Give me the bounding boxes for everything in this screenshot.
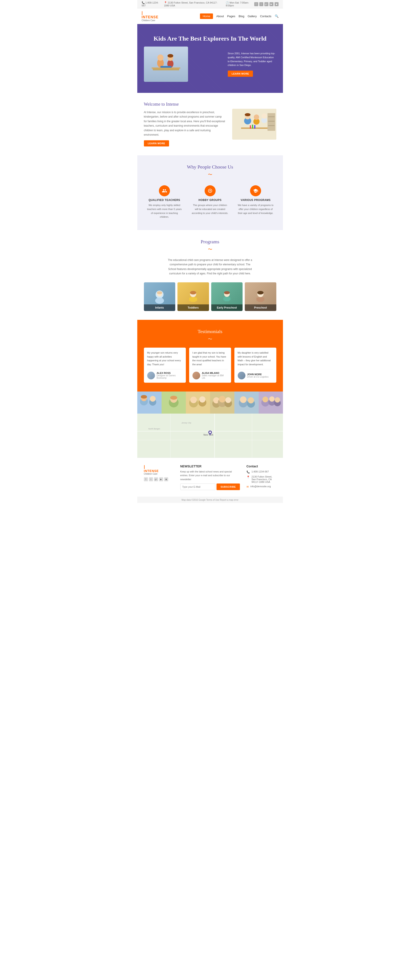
svg-rect-21 — [268, 116, 275, 117]
svg-point-57 — [199, 396, 206, 402]
svg-rect-41 — [257, 298, 259, 301]
footer-youtube-icon[interactable]: ▶ — [159, 477, 163, 481]
programs-grid: Infants Toddlers — [144, 282, 276, 311]
feature-programs: VARIOUS PROGRAMS We have a variety of pr… — [235, 183, 276, 221]
svg-point-15 — [262, 113, 267, 119]
testimonial-1-avatar — [147, 372, 155, 379]
facebook-icon[interactable]: f — [254, 2, 258, 6]
photo-strip-2 — [161, 391, 186, 414]
svg-rect-31 — [189, 298, 192, 301]
testimonials-title: Testimonials — [144, 329, 276, 334]
testimonial-3-author: JOHN MORE Driver at CG Logistics — [238, 369, 273, 379]
instagram-icon[interactable]: ◉ — [275, 2, 278, 6]
testimonial-2-author: ALISA MILANO Sales manager at IBM Ltd. — [192, 369, 228, 379]
programs-icon — [250, 185, 261, 196]
footer-phone: 📞 1-800-1234-567 — [246, 470, 276, 474]
newsletter-subscribe-button[interactable]: SUBSCRIBE — [217, 484, 240, 490]
nav-contacts[interactable]: Contacts — [260, 14, 271, 18]
program-early-preschool-label: Early Preschool — [211, 304, 243, 311]
svg-point-67 — [240, 396, 246, 403]
programs-section: Programs 〜 The educational child care pr… — [137, 230, 283, 320]
svg-rect-23 — [268, 125, 275, 126]
features-grid: QUALIFIED TEACHERS We employ only highly… — [144, 183, 276, 221]
phone-icon: 📞 — [246, 471, 250, 474]
nav-pages[interactable]: Pages — [227, 14, 235, 18]
program-early-preschool[interactable]: Early Preschool — [211, 282, 243, 311]
svg-point-69 — [248, 397, 254, 403]
program-infants-label: Infants — [144, 304, 176, 311]
svg-text:New York: New York — [203, 434, 213, 436]
newsletter: NEWSLETTER Keep up with the latest schoo… — [180, 465, 240, 490]
svg-rect-36 — [224, 298, 225, 301]
why-title: Why People Choose Us — [144, 164, 276, 170]
youtube-icon[interactable]: ▶ — [270, 2, 273, 6]
footer-facebook-icon[interactable]: f — [144, 477, 148, 481]
why-divider: 〜 — [144, 172, 276, 178]
feature-hobby: HOBBY GROUPS The groups where your child… — [189, 183, 231, 221]
photo-strip-1 — [137, 391, 161, 414]
photo-strip-3 — [186, 391, 210, 414]
svg-rect-32 — [195, 298, 197, 301]
testimonial-2: I am glad that my son is being taught in… — [189, 348, 231, 382]
program-toddlers[interactable]: Toddlers — [177, 282, 209, 311]
address-info: 📍 2130 Fulton Street, San Francisco, CA … — [164, 1, 222, 7]
program-infants[interactable]: Infants — [144, 282, 176, 311]
googleplus-icon[interactable]: g+ — [264, 2, 268, 6]
svg-text:Jersey City: Jersey City — [181, 422, 192, 424]
svg-rect-19 — [254, 125, 256, 129]
svg-point-27 — [157, 291, 162, 294]
email-icon: ✉ — [246, 485, 249, 488]
hero-title: Kids Are The Best Explorers In The World — [144, 35, 276, 42]
svg-point-5 — [168, 54, 173, 57]
testimonials-section: Testimonials 〜 My younger son returns ve… — [137, 320, 283, 391]
testimonials-grid: My younger son returns very happy with a… — [144, 348, 276, 382]
svg-point-48 — [150, 396, 156, 402]
svg-point-46 — [141, 395, 147, 399]
svg-rect-18 — [252, 125, 253, 129]
svg-rect-16 — [241, 127, 272, 129]
svg-rect-42 — [262, 298, 264, 301]
footer-bottom: Map data ©2016 Google Terms of Use Repor… — [137, 497, 283, 503]
footer-address: 📍 2130 Fulton Street, San Francisco, CA … — [246, 475, 276, 483]
svg-rect-0 — [153, 68, 179, 70]
footer-instagram-icon[interactable]: ◉ — [164, 477, 168, 481]
footer-twitter-icon[interactable]: t — [149, 477, 153, 481]
feature-teachers: QUALIFIED TEACHERS We employ only highly… — [144, 183, 185, 221]
nav-gallery[interactable]: Gallery — [248, 14, 257, 18]
logo: | INTENSE Children Care — [142, 11, 158, 22]
hours-info: 🕐 Mon-Sat: 7:00am-8:00pm — [226, 1, 254, 7]
hero-learn-more-button[interactable]: LEARN MORE — [228, 71, 253, 77]
svg-point-11 — [245, 113, 251, 116]
twitter-icon[interactable]: t — [259, 2, 263, 6]
svg-point-64 — [225, 397, 231, 403]
testimonial-2-avatar — [192, 372, 200, 379]
svg-rect-7 — [160, 66, 171, 68]
footer-googleplus-icon[interactable]: g+ — [154, 477, 158, 481]
hero-image — [144, 46, 188, 82]
footer-contact: Contact 📞 1-800-1234-567 📍 2130 Fulton S… — [246, 465, 276, 490]
svg-point-62 — [219, 396, 225, 402]
svg-point-74 — [269, 396, 275, 402]
welcome-learn-more-button[interactable]: LEARN MORE — [144, 140, 169, 146]
footer-email: ✉ info@demosite.org — [246, 485, 276, 488]
newsletter-email-input[interactable] — [180, 484, 216, 490]
welcome-description: At Intense, our mission is to provide ex… — [144, 110, 225, 137]
svg-text:North Bergen: North Bergen — [148, 428, 160, 430]
location-icon: 📍 — [246, 476, 250, 479]
nav-blog[interactable]: Blog — [239, 14, 244, 18]
svg-point-39 — [257, 291, 263, 294]
why-section: Why People Choose Us 〜 QUALIFIED TEACHER… — [137, 155, 283, 230]
footer-social: f t g+ ▶ ◉ — [144, 477, 174, 481]
svg-point-87 — [209, 431, 211, 433]
top-bar: 📞 1-800-1234-567 📍 2130 Fulton Street, S… — [137, 0, 283, 8]
search-icon[interactable]: 🔍 — [275, 14, 278, 18]
programs-title: Programs — [144, 239, 276, 245]
nav-about[interactable]: About — [216, 14, 224, 18]
testimonial-1: My younger son returns very happy with a… — [144, 348, 186, 382]
svg-point-52 — [170, 396, 177, 400]
nav-links: Home About Pages Blog Gallery Contacts 🔍 — [200, 13, 278, 19]
phone-info: 📞 1-800-1234-567 — [142, 1, 161, 7]
main-nav: | INTENSE Children Care Home About Pages… — [137, 8, 283, 24]
nav-home[interactable]: Home — [200, 13, 213, 19]
program-preschool[interactable]: Preschool — [245, 282, 276, 311]
